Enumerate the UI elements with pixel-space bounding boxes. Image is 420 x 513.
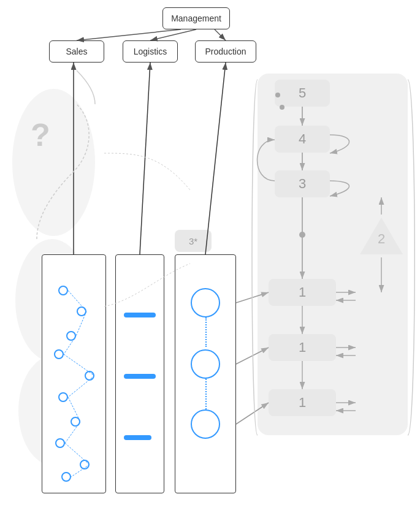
num1c-label: 1	[299, 395, 306, 411]
management-label: Management	[171, 13, 221, 23]
label-3star: 3*	[175, 230, 212, 252]
question-mark: ?	[31, 116, 50, 153]
box-5: 5	[275, 80, 330, 107]
box-1b: 1	[269, 334, 336, 361]
svg-line-8	[140, 63, 150, 254]
small-circle-2	[77, 306, 86, 316]
box-1c: 1	[269, 389, 336, 416]
num4-label: 4	[299, 131, 306, 147]
blue-circle-2	[191, 349, 220, 379]
diagram-container: ? Management Sales Logistics Production …	[0, 0, 420, 513]
box-3: 3	[275, 170, 330, 197]
blue-circle-3	[191, 409, 220, 439]
logistics-label: Logistics	[134, 47, 167, 56]
small-circle-7	[71, 417, 80, 427]
small-circle-1	[58, 286, 68, 295]
svg-line-5	[77, 29, 181, 40]
sales-box: Sales	[49, 40, 104, 63]
small-circle-3	[66, 331, 76, 341]
dotted-line-1	[205, 317, 207, 347]
lane-sales	[42, 254, 106, 493]
sales-label: Sales	[66, 47, 87, 56]
box-4: 4	[275, 126, 330, 153]
small-circle-6	[58, 392, 68, 402]
svg-line-4	[150, 29, 196, 40]
blue-bar-3	[124, 435, 151, 440]
small-circle-5	[85, 371, 94, 381]
small-circle-4	[54, 349, 64, 359]
num3star-label: 3*	[189, 236, 197, 246]
small-circle-9	[80, 460, 90, 469]
svg-line-6	[215, 29, 226, 40]
svg-line-9	[205, 63, 226, 254]
num3-label: 3	[299, 176, 306, 192]
blue-circle-1	[191, 288, 220, 317]
box-1a: 1	[269, 279, 336, 306]
blue-bar-2	[124, 374, 156, 379]
triangle-box-2: 2	[357, 215, 406, 257]
small-circle-8	[55, 438, 65, 448]
num5-label: 5	[299, 85, 306, 101]
num2-label: 2	[378, 225, 385, 247]
management-box: Management	[162, 7, 230, 29]
production-box: Production	[195, 40, 256, 63]
blue-bar-1	[124, 313, 156, 317]
small-circle-10	[61, 472, 71, 482]
left-oval-1	[12, 89, 95, 236]
dotted-line-2	[205, 379, 207, 409]
logistics-box: Logistics	[123, 40, 178, 63]
num1b-label: 1	[299, 340, 306, 355]
production-label: Production	[205, 47, 246, 56]
num1a-label: 1	[299, 284, 306, 300]
